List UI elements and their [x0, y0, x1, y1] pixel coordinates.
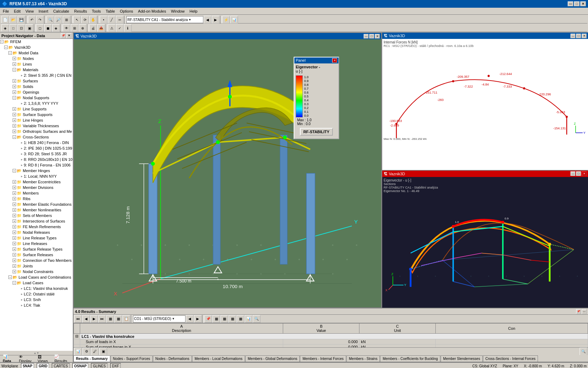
expand-members[interactable]: + [13, 191, 16, 195]
br-min[interactable]: — [570, 171, 575, 176]
tb-zoom-in[interactable]: 🔍 [47, 16, 54, 23]
tb-display[interactable]: 👁 [63, 24, 70, 32]
expand-surface-releases[interactable]: + [13, 253, 16, 257]
menu-item-insert[interactable]: Insert [36, 8, 50, 14]
internal-forces-view[interactable]: -209.357 -212.644 -251.711 -7.322 -4.84 … [382, 39, 588, 170]
expand-model-data[interactable]: − [8, 51, 12, 55]
res-tb-9[interactable]: ▶ [194, 315, 202, 323]
row-expand[interactable]: ⊟ [74, 334, 80, 339]
res-bottom-4[interactable]: ▣ [99, 348, 107, 355]
tree-item-members[interactable]: +📁Members [0, 190, 73, 196]
results-tab-members---internal-forces[interactable]: Members - Internal Forces [300, 355, 346, 362]
res-bottom-2[interactable]: ⚙ [83, 348, 90, 355]
load-combo-selector[interactable]: CO1 - MSÚ (STR/GEO) ▼ [133, 315, 186, 322]
tree-item-cs4[interactable]: ▸8: RRO 260x180x10 | EN 10 [0, 157, 73, 162]
results-tab-nodes---support-forces[interactable]: Nodes - Support Forces [111, 355, 153, 362]
tb-new[interactable]: 📄 [1, 16, 9, 23]
tb-node[interactable]: • [100, 16, 107, 23]
br-max[interactable]: □ [576, 171, 581, 176]
tree-item-member-eccentricities[interactable]: +📁Member Eccentricities [0, 179, 73, 185]
expand-nodes[interactable]: + [13, 57, 16, 60]
expand-rfem[interactable]: − [0, 40, 4, 43]
tb-open[interactable]: 📂 [9, 16, 17, 23]
tree-item-materials[interactable]: −📂Materials [0, 67, 73, 73]
tb-grid[interactable]: ⊞ [71, 24, 78, 32]
res-tb-3[interactable]: ▶ [90, 315, 98, 323]
eigenvector-view[interactable]: Y Z X 1.0 0.9 [382, 177, 588, 308]
tree-item-ns1[interactable]: ▸2: 1,3,6,8; YYY YYY [0, 101, 73, 106]
menu-item-view[interactable]: View [23, 8, 36, 14]
tree-item-load-cases[interactable]: −📂Load Cases and Combinations [0, 274, 73, 280]
tree-item-connection-two-members[interactable]: +📁Connection of Two Members [0, 258, 73, 263]
menu-item-results[interactable]: Results [72, 8, 89, 14]
tb-solid[interactable]: ◼ [44, 24, 52, 32]
menu-item-add-on-modules[interactable]: Add-on Modules [136, 8, 168, 14]
menu-item-calculate[interactable]: Calculate [51, 8, 71, 14]
expand-joints[interactable]: + [13, 264, 16, 268]
tree-item-cs2[interactable]: ▸2: IPE 360 | DIN 1025-5:199 [0, 145, 73, 151]
main-vp-max[interactable]: □ [369, 34, 374, 39]
results-tab-member-slendernesses[interactable]: Member Slendernesses [441, 355, 483, 362]
expand-materials[interactable]: − [13, 68, 16, 71]
tree-item-line-release-types[interactable]: +📁Line Release Types [0, 235, 73, 241]
tree-item-cs1[interactable]: ▸1: HEB 240 | Ferona - DIN [0, 140, 73, 145]
tree-item-lc1[interactable]: ▸LC1: Vlastní tíha konstruk [0, 286, 73, 291]
results-pin[interactable]: 📌 [576, 309, 581, 314]
tree-item-joints[interactable]: +📁Joints [0, 263, 73, 269]
tree-item-surfaces[interactable]: +📁Surfaces [0, 78, 73, 84]
tb-nav-back[interactable]: ◀ [204, 16, 211, 23]
res-tb-14[interactable]: ▦ [237, 315, 244, 323]
tb-pan[interactable]: ✋ [89, 16, 97, 23]
results-min[interactable]: — [582, 309, 587, 314]
tb-export[interactable]: 📤 [97, 24, 105, 32]
expand-line-hinges[interactable]: + [13, 118, 16, 122]
tb-render[interactable]: ◈ [52, 24, 60, 32]
tb-info[interactable]: ℹ [124, 24, 132, 32]
expand-nodal-constraints[interactable]: + [13, 270, 16, 273]
res-tb-15[interactable]: 📊 [245, 315, 252, 323]
expand-vaznik3d[interactable]: − [4, 46, 8, 49]
tree-item-model-data[interactable]: −📂Model Data [0, 50, 73, 56]
expand-surfaces[interactable]: + [13, 79, 16, 83]
rf-stability-btn[interactable]: RF-STABILITY [300, 128, 333, 136]
res-tb-10[interactable]: 📌 [204, 315, 212, 323]
main-vp-min[interactable]: — [364, 34, 369, 39]
tree-item-line-hinges[interactable]: +📁Line Hinges [0, 117, 73, 123]
results-table[interactable]: ADescription BValue CUnit Con ⊟ LC1 - Vl… [74, 323, 588, 347]
minimize-btn[interactable]: — [568, 1, 573, 6]
res-tb-1[interactable]: ⏮ [74, 315, 82, 323]
menu-item-table[interactable]: Table [104, 8, 117, 14]
tree-item-ribs[interactable]: +📁Ribs [0, 196, 73, 202]
res-tb-2[interactable]: ◀ [82, 315, 90, 323]
tree-item-line-supports[interactable]: +📁Line Supports [0, 106, 73, 112]
tb-check[interactable]: ✓ [116, 24, 124, 32]
expand-solids[interactable]: + [13, 85, 16, 88]
menu-item-file[interactable]: File [1, 8, 11, 14]
tb-wire[interactable]: ◻ [36, 24, 44, 32]
tree-item-surface-releases[interactable]: +📁Surface Releases [0, 252, 73, 258]
tb-zoom-all[interactable]: ⊞ [63, 16, 70, 23]
res-tb-16[interactable]: 🔍 [253, 315, 260, 323]
tree-item-lc2[interactable]: ▸LC2: Ostatní stálé [0, 291, 73, 297]
menu-item-window[interactable]: Window [169, 8, 187, 14]
tree-item-member-elastic[interactable]: +📁Member Elastic Foundations [0, 202, 73, 207]
tb-print[interactable]: 🖨 [89, 24, 97, 32]
tree-item-vaznik3d[interactable]: −📂Vaznik3D [0, 45, 73, 50]
tree-item-surface-release-types[interactable]: +📁Surface Release Types [0, 246, 73, 252]
tree-item-lc3[interactable]: ▸LC3: Sníh [0, 297, 73, 302]
tree-item-member-divisions[interactable]: +📁Member Divisions [0, 185, 73, 190]
res-tb-5[interactable]: ▦ [106, 315, 114, 323]
menu-item-tools[interactable]: Tools [90, 8, 103, 14]
maximize-btn[interactable]: □ [574, 1, 580, 6]
tree-item-cross-sections[interactable]: −📂Cross-Sections [0, 134, 73, 140]
tb-rotate[interactable]: ⟳ [81, 16, 89, 23]
tb-warning[interactable]: ⚠ [108, 24, 115, 32]
tr-close[interactable]: ✕ [582, 34, 587, 38]
tree-item-cs5[interactable]: ▸9: RD 8 | Ferona - EN 1006 [0, 162, 73, 168]
tree-item-nodal-supports[interactable]: −📂Nodal Supports [0, 95, 73, 101]
tree-item-openings[interactable]: +📁Openings [0, 89, 73, 95]
results-tab-results---summary[interactable]: Results - Summary [74, 355, 110, 362]
tb-axes[interactable]: ⊕ [79, 24, 86, 32]
snap-indicator[interactable]: SNAP [21, 363, 34, 368]
tree-item-member-hinges[interactable]: −📂Member Hinges [0, 168, 73, 173]
